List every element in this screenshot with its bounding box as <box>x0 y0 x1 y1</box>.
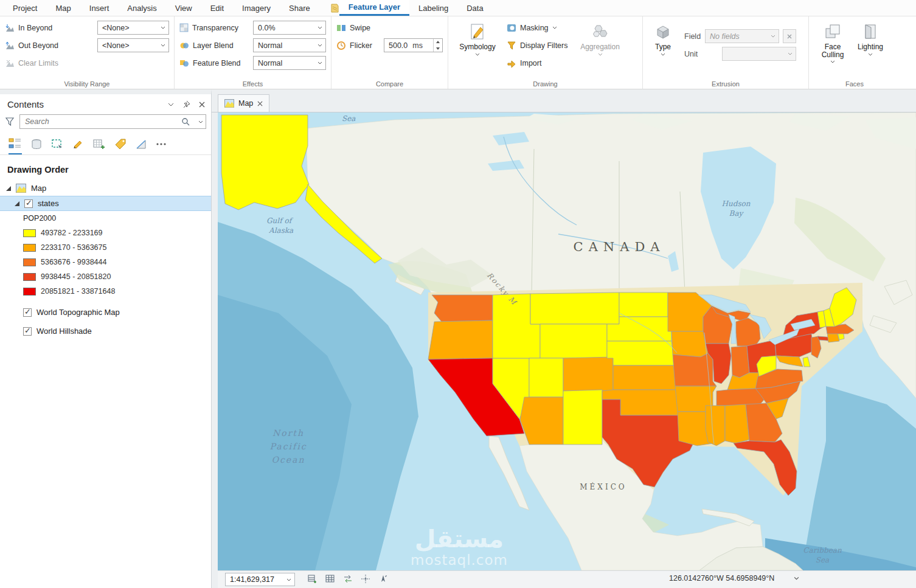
grid-add-icon[interactable] <box>308 574 317 584</box>
svg-text:Bay: Bay <box>729 209 744 218</box>
lighting-button[interactable]: Lighting <box>852 20 889 56</box>
state-alaska[interactable] <box>221 115 309 210</box>
state-new-mexico[interactable] <box>563 390 602 444</box>
out-beyond-combo[interactable]: <None> <box>97 38 169 52</box>
state-missouri[interactable] <box>673 353 716 386</box>
legend-field-name: POP2000 <box>0 211 211 226</box>
list-by-editing-button[interactable] <box>72 138 84 154</box>
expander-icon[interactable] <box>15 201 19 206</box>
tab-map[interactable]: Map <box>46 0 80 16</box>
tree-item-states[interactable]: states <box>0 196 211 211</box>
legend-class-label: 5363676 - 9938444 <box>41 258 106 266</box>
tree-item-world-topographic-map[interactable]: World Topographic Map <box>0 305 211 320</box>
state-alabama[interactable] <box>725 404 749 443</box>
face-culling-button[interactable]: Face Culling <box>814 20 852 63</box>
in-beyond-combo[interactable]: <None> <box>97 21 169 35</box>
list-by-drawing-order-button[interactable] <box>9 137 22 154</box>
legend-class-row[interactable]: 493782 - 2233169 <box>0 226 211 240</box>
coordinates-chevron-icon[interactable] <box>794 576 799 580</box>
swap-arrows-icon[interactable] <box>343 574 353 584</box>
state-oregon[interactable] <box>428 320 493 359</box>
hillshade-visibility-checkbox[interactable] <box>23 327 32 336</box>
masking-button[interactable]: Masking <box>507 20 568 35</box>
close-map-tab-icon[interactable] <box>257 101 263 106</box>
tab-view[interactable]: View <box>166 0 201 16</box>
scale-combo[interactable]: 1:41,629,317 <box>225 573 295 586</box>
pin-icon[interactable] <box>182 100 190 108</box>
list-by-snapping-button[interactable] <box>92 138 106 154</box>
search-icon[interactable] <box>181 117 190 126</box>
table-grid-icon[interactable] <box>325 574 335 584</box>
chevron-down-icon <box>771 35 775 38</box>
extrusion-field-combo[interactable]: No fields <box>705 29 779 43</box>
map-svg: Sea Gulf of Alaska CANADA Hudson Bay Roc… <box>218 112 916 570</box>
svg-text:Pacific: Pacific <box>270 441 307 451</box>
feature-blend-combo[interactable]: Normal <box>253 56 326 70</box>
flicker-input[interactable]: 500.0 ms <box>384 38 443 52</box>
tab-insert[interactable]: Insert <box>80 0 119 16</box>
list-by-data-source-button[interactable] <box>30 138 43 154</box>
extrusion-type-label: Type <box>655 43 671 51</box>
state-kansas[interactable] <box>613 365 678 390</box>
state-montana[interactable] <box>530 292 619 324</box>
list-by-perspective-button[interactable] <box>135 138 147 154</box>
tab-share[interactable]: Share <box>280 0 319 16</box>
flicker-spinner[interactable] <box>433 39 442 52</box>
clear-limits-button[interactable]: Clear Limits <box>18 59 58 67</box>
state-north-dakota[interactable] <box>619 292 668 317</box>
state-colorado[interactable] <box>563 357 613 391</box>
search-options-chevron-icon[interactable] <box>198 120 203 123</box>
pane-menu-chevron-icon[interactable] <box>168 103 174 106</box>
aggregation-button[interactable]: Aggregation <box>574 20 626 56</box>
tab-feature-layer[interactable]: Feature Layer <box>339 0 409 16</box>
topo-visibility-checkbox[interactable] <box>23 308 32 317</box>
state-mississippi[interactable] <box>706 406 725 446</box>
toolbar-options-icon[interactable] <box>156 142 167 150</box>
map-view-tab[interactable]: Map <box>218 94 269 112</box>
close-pane-icon[interactable] <box>199 102 205 108</box>
tab-imagery[interactable]: Imagery <box>233 0 280 16</box>
tab-project[interactable]: Project <box>4 0 46 16</box>
tree-item-world-hillshade[interactable]: World Hillshade <box>0 323 211 339</box>
transparency-combo[interactable]: 0.0% <box>253 21 326 35</box>
state-washington[interactable] <box>432 295 493 322</box>
chevron-down-icon <box>475 53 480 56</box>
filter-icon[interactable] <box>5 117 15 126</box>
state-arizona[interactable] <box>520 397 563 444</box>
state-utah[interactable] <box>529 358 563 397</box>
extrusion-type-button[interactable]: Type <box>648 20 678 56</box>
chevron-down-icon <box>598 53 603 56</box>
search-input[interactable] <box>25 117 181 126</box>
symbology-button[interactable]: Symbology <box>453 20 502 56</box>
tab-labeling[interactable]: Labeling <box>409 0 457 16</box>
canada-label: CANADA <box>574 240 665 254</box>
snap-cross-icon[interactable] <box>361 574 370 584</box>
state-iowa[interactable] <box>671 331 708 357</box>
tab-data[interactable]: Data <box>457 0 492 16</box>
map-canvas[interactable]: Sea Gulf of Alaska CANADA Hudson Bay Roc… <box>218 112 916 570</box>
legend-class-row[interactable]: 2233170 - 5363675 <box>0 240 211 255</box>
states-visibility-checkbox[interactable] <box>24 199 33 208</box>
layer-blend-combo[interactable]: Normal <box>253 38 326 52</box>
state-indiana[interactable] <box>731 346 749 378</box>
tab-edit[interactable]: Edit <box>201 0 233 16</box>
legend-swatch <box>23 229 36 237</box>
clear-extrusion-button[interactable] <box>783 29 796 43</box>
extrusion-unit-combo[interactable] <box>722 47 796 61</box>
chevron-down-icon <box>161 44 165 47</box>
face-culling-icon <box>824 22 842 41</box>
tree-item-map[interactable]: Map <box>0 181 211 196</box>
list-by-selection-button[interactable] <box>51 138 63 154</box>
state-nebraska[interactable] <box>607 341 675 365</box>
list-by-labeling-button[interactable] <box>114 138 127 154</box>
legend-class-row[interactable]: 9938445 - 20851820 <box>0 269 211 284</box>
legend-class-row[interactable]: 20851821 - 33871648 <box>0 284 211 299</box>
expander-icon[interactable] <box>6 186 11 191</box>
display-filters-button[interactable]: Display Filters <box>507 38 568 53</box>
legend-class-row[interactable]: 5363676 - 9938444 <box>0 255 211 269</box>
swipe-button[interactable]: Swipe <box>350 24 370 32</box>
tab-analysis[interactable]: Analysis <box>118 0 165 16</box>
state-wyoming[interactable] <box>540 324 607 358</box>
import-button[interactable]: Import <box>507 55 568 71</box>
north-arrow-icon[interactable] <box>378 574 388 584</box>
